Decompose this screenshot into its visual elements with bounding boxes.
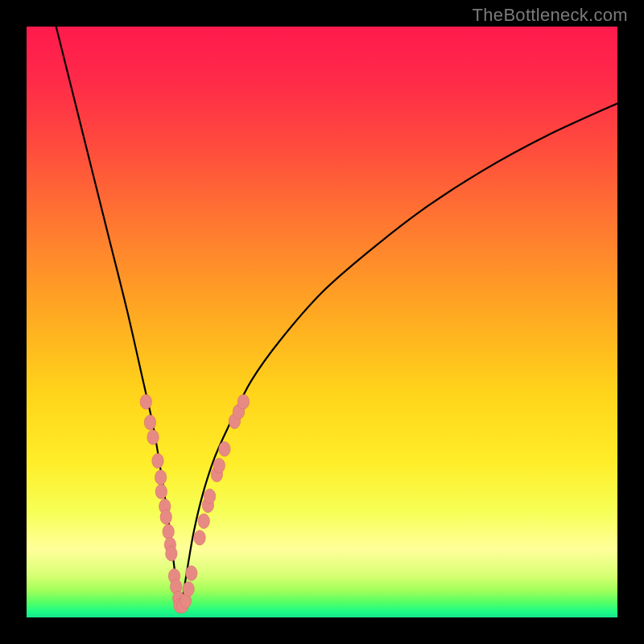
sample-dot bbox=[152, 453, 163, 468]
sample-dot bbox=[147, 430, 159, 444]
sample-dot bbox=[213, 458, 225, 473]
watermark-text: TheBottleneck.com bbox=[473, 5, 628, 26]
sample-dot bbox=[204, 489, 215, 503]
sample-dot bbox=[155, 484, 167, 498]
sample-dot bbox=[166, 547, 177, 561]
sample-dot bbox=[155, 470, 166, 485]
plot-svg bbox=[27, 27, 617, 617]
sample-dot bbox=[198, 514, 209, 528]
sample-dot bbox=[163, 524, 174, 539]
sample-dots-group bbox=[140, 394, 250, 613]
sample-dot bbox=[237, 394, 249, 409]
sample-dot bbox=[183, 582, 194, 597]
chart-stage: TheBottleneck.com bbox=[0, 0, 644, 644]
sample-dot bbox=[219, 442, 230, 456]
sample-dot bbox=[144, 415, 155, 430]
sample-dot bbox=[160, 510, 171, 524]
sample-dot bbox=[194, 530, 205, 545]
sample-dot bbox=[140, 394, 151, 409]
plot-frame bbox=[27, 27, 617, 617]
sample-dot bbox=[186, 566, 197, 580]
bottleneck-curve bbox=[56, 27, 617, 610]
